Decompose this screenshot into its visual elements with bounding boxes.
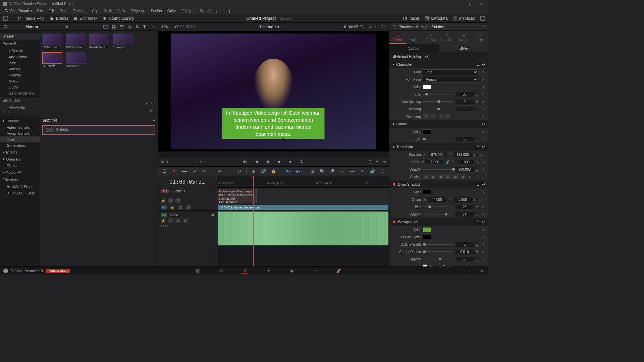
kerning-value[interactable]: 0: [455, 107, 474, 111]
reset-icon[interactable]: ↺: [480, 228, 485, 232]
reset-icon[interactable]: ↺: [480, 137, 485, 141]
gear-icon[interactable]: ⚙: [368, 25, 372, 29]
opacity-slider[interactable]: [423, 169, 453, 170]
kerning-slider[interactable]: [423, 109, 453, 109]
menu-help[interactable]: Help: [221, 9, 234, 13]
inspector-expand[interactable]: ⛶: [393, 25, 396, 29]
reset-icon[interactable]: ↺: [479, 198, 483, 201]
subtitle-clip[interactable]: Im heutigen Video zeige ich Euch wie man…: [218, 189, 257, 203]
stroke-size-slider[interactable]: [423, 139, 453, 139]
search-icon[interactable]: [143, 100, 148, 105]
dynamic-trim-tool[interactable]: ⤢: [192, 168, 198, 174]
subtab-style[interactable]: Style: [439, 44, 488, 52]
reset-icon[interactable]: ↺: [482, 220, 485, 224]
menu-app[interactable]: DaVinci Resolve: [2, 9, 35, 13]
override-sizing-checkbox[interactable]: [423, 264, 427, 267]
reset-icon[interactable]: ↺: [482, 145, 485, 149]
keyframe-icon[interactable]: ◇: [477, 145, 479, 149]
link-toggle[interactable]: 🔗: [261, 168, 267, 174]
drop-shadow-toggle[interactable]: [393, 183, 395, 186]
next-edit-icon[interactable]: ›: [205, 159, 207, 164]
a1-auto-select[interactable]: ▢: [168, 218, 173, 223]
media-pool-toggle[interactable]: Media Pool: [18, 16, 45, 21]
stroke-color-swatch[interactable]: [423, 129, 431, 134]
shadow-offset-x[interactable]: -4.000: [428, 197, 446, 202]
align-left-button[interactable]: ≡: [423, 114, 429, 119]
bin-list-icon[interactable]: [3, 24, 8, 29]
st1-enable[interactable]: ▢: [168, 198, 173, 203]
tab-image[interactable]: ▦Image: [455, 31, 472, 44]
section-stroke[interactable]: ▾Stroke ◇ ↺: [389, 120, 488, 128]
link-icon[interactable]: 🔗: [445, 160, 449, 164]
st1-lock[interactable]: 🔒: [161, 198, 166, 203]
viewer-record-tc[interactable]: 01:00:05:22: [344, 25, 363, 29]
zoom-in[interactable]: +: [360, 168, 366, 174]
mixer-toggle[interactable]: Mixer: [403, 16, 419, 21]
bin-master-sub[interactable]: ▸ Master: [0, 48, 40, 54]
bin-intro[interactable]: Intro: [0, 60, 40, 66]
reset-icon[interactable]: ↺: [482, 122, 485, 126]
keyframe-icon[interactable]: ◇: [476, 107, 478, 111]
inspector-options[interactable]: ⋯: [481, 24, 485, 29]
viewer-mode-dropdown[interactable]: ▾: [166, 159, 168, 164]
opacity-value[interactable]: 100.000: [455, 167, 474, 172]
shadow-opacity-value[interactable]: 74: [455, 212, 474, 217]
detail-zoom[interactable]: 🔍: [319, 168, 325, 174]
menu-view[interactable]: View: [114, 9, 128, 13]
keyframe-icon[interactable]: ◇: [477, 183, 479, 186]
menu-playback[interactable]: Playback: [128, 9, 148, 13]
audio-clip[interactable]: [218, 212, 388, 245]
fx-search-clear[interactable]: ✕: [148, 108, 155, 113]
inspector-toggle[interactable]: Inspector: [452, 16, 476, 21]
match-frame-icon[interactable]: ▢: [369, 159, 372, 164]
fx-group-toolbox[interactable]: ▾ Toolbox: [0, 117, 40, 124]
custom-zoom[interactable]: 🔎: [329, 168, 335, 174]
reset-icon[interactable]: ↺: [482, 182, 485, 187]
st1-eye-icon[interactable]: 👁: [175, 198, 181, 203]
anchor-tl[interactable]: ⊡: [423, 174, 429, 179]
effects-toggle[interactable]: Effects: [49, 16, 68, 21]
reset-icon[interactable]: ↺: [480, 168, 485, 171]
viewer-timeline-name[interactable]: Timeline 1 ▾: [195, 25, 344, 29]
clip-color-dot[interactable]: [65, 25, 68, 28]
menu-trim[interactable]: Trim: [57, 9, 70, 13]
clip-thumb[interactable]: ♪TikTok Na…: [42, 52, 62, 68]
pos-x-value[interactable]: 978.000: [428, 153, 446, 157]
media-options[interactable]: ⋯: [150, 24, 154, 29]
close-button[interactable]: ✕: [476, 2, 486, 6]
a1-mute[interactable]: M: [183, 218, 188, 223]
reset-icon[interactable]: ↺: [480, 243, 485, 246]
metadata-toggle[interactable]: Metadata: [424, 16, 448, 21]
reset-icon[interactable]: ↺: [480, 107, 485, 111]
chevron-up-icon[interactable]: ˄: [153, 119, 155, 124]
search-icon[interactable]: [127, 24, 132, 29]
shadow-blur-slider[interactable]: [423, 206, 453, 207]
bg-opacity-slider[interactable]: [423, 259, 453, 259]
replace-tool[interactable]: ⟲: [236, 168, 242, 174]
anchor-mc[interactable]: ⊡: [452, 174, 459, 179]
track-header-st1[interactable]: ST1 Subtitle 1 🔒 ▢ 👁: [158, 188, 217, 204]
shadow-color-swatch[interactable]: [423, 190, 431, 194]
play-button[interactable]: ▶: [276, 159, 282, 164]
timeline-options[interactable]: ☰: [380, 168, 386, 174]
subtitle-overlay[interactable]: Im heutigen Video zeige ich Euch wie man…: [222, 108, 325, 139]
fairlight-page-icon[interactable]: ♪: [312, 268, 319, 274]
zoom-out[interactable]: −: [339, 168, 345, 174]
bg-radius-value[interactable]: 0.010: [455, 250, 474, 254]
deliver-page-icon[interactable]: 🚀: [335, 268, 342, 274]
fx-generators[interactable]: Generators: [0, 142, 40, 148]
maximize-button[interactable]: ▢: [466, 2, 476, 6]
fx-fav-2[interactable]: ★ TP ZO… Ease: [0, 190, 40, 196]
fx-options[interactable]: ⋯: [151, 100, 155, 105]
keyframe-icon[interactable]: ◇: [476, 213, 478, 216]
grid-view-icon[interactable]: [111, 24, 116, 29]
sort-dropdown[interactable]: ⇅: [136, 24, 139, 29]
overwrite-tool[interactable]: ↓: [226, 168, 232, 174]
fx-subtitle-item[interactable]: Subtitle: [42, 125, 155, 135]
shadow-offset-y[interactable]: 0.000: [454, 197, 472, 202]
keyframe-icon[interactable]: ◇: [477, 63, 479, 66]
power-bins-header[interactable]: Power Bins: [0, 40, 40, 48]
a1-lock[interactable]: 🔒: [161, 218, 166, 223]
keyframe-icon[interactable]: ◇: [476, 160, 479, 164]
filter-icon[interactable]: [142, 24, 147, 29]
